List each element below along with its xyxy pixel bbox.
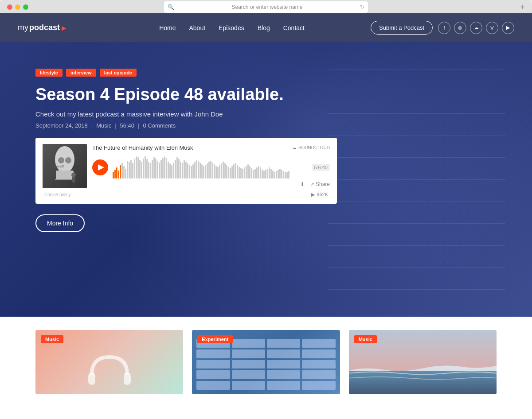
hero-content: lifestyle interview last episode Season … bbox=[35, 69, 337, 232]
card-visual-headphone bbox=[83, 348, 136, 394]
social-icons: f ◎ ☁ V ▶ bbox=[438, 22, 514, 34]
nav-blog[interactable]: Blog bbox=[258, 24, 270, 31]
logo-podcast: podcast bbox=[29, 23, 60, 32]
cookie-policy[interactable]: Cookie policy bbox=[44, 192, 70, 197]
play-triangle-icon bbox=[98, 164, 104, 171]
minimize-dot[interactable] bbox=[15, 4, 20, 10]
reload-icon[interactable]: ↻ bbox=[360, 4, 364, 10]
svg-rect-1 bbox=[56, 171, 74, 179]
hero-date: September 24, 2018 bbox=[35, 122, 88, 129]
cards-section: Music Experiment bbox=[0, 317, 532, 419]
browser-content: my podcast ▶ Home About Episodes Blog Co… bbox=[0, 13, 532, 419]
svg-point-6 bbox=[71, 173, 76, 177]
nav-links: Home About Episodes Blog Contact bbox=[93, 24, 371, 31]
nav-about[interactable]: About bbox=[189, 24, 206, 31]
svg-point-0 bbox=[55, 146, 74, 173]
hero-meta: September 24, 2018 | Music | 56:40 | 0 C… bbox=[35, 122, 337, 129]
player-actions: ⬇ ↗ Share bbox=[300, 181, 330, 187]
address-text: Search or enter website name bbox=[177, 4, 357, 10]
hero-category: Music bbox=[96, 122, 111, 129]
logo-arrow-icon: ▶ bbox=[62, 24, 66, 31]
card-music-2: Music bbox=[349, 330, 497, 394]
svg-rect-7 bbox=[72, 177, 75, 182]
play-count: ▶ 962K bbox=[311, 192, 328, 198]
facebook-icon[interactable]: f bbox=[438, 22, 450, 34]
cards-grid: Music Experiment bbox=[35, 330, 497, 394]
more-info-button[interactable]: More Info bbox=[35, 214, 85, 232]
soundcloud-icon[interactable]: ☁ bbox=[470, 22, 482, 34]
logo[interactable]: my podcast ▶ bbox=[18, 23, 66, 32]
player-bottom: ⬇ ↗ Share bbox=[92, 181, 330, 187]
hero-stairs-decoration bbox=[328, 42, 505, 317]
thumb-inner: spaceX bbox=[43, 144, 87, 188]
play-count-value: 962K bbox=[317, 192, 328, 197]
spacex-capsule-icon: spaceX bbox=[47, 146, 82, 186]
player-top: spaceX bbox=[43, 144, 330, 188]
player-controls: 5:6:40 bbox=[92, 156, 330, 178]
play-icon: ▶ bbox=[311, 192, 315, 198]
svg-rect-9 bbox=[124, 372, 131, 385]
card-music-1: Music bbox=[35, 330, 183, 394]
hero-duration: 56:40 bbox=[120, 122, 135, 129]
submit-podcast-button[interactable]: Submit a Podcast bbox=[371, 21, 433, 35]
close-dot[interactable] bbox=[7, 4, 12, 10]
hero-tags: lifestyle interview last episode bbox=[35, 69, 337, 77]
svg-point-3 bbox=[65, 157, 71, 163]
instagram-icon[interactable]: ◎ bbox=[454, 22, 466, 34]
separator-2: | bbox=[115, 122, 116, 129]
browser-titlebar: 🔍 Search or enter website name ↻ + bbox=[0, 4, 532, 13]
waveform bbox=[113, 156, 307, 178]
soundcloud-player: spaceX bbox=[35, 138, 337, 204]
website: my podcast ▶ Home About Episodes Blog Co… bbox=[0, 13, 532, 419]
maximize-dot[interactable] bbox=[23, 4, 28, 10]
download-action[interactable]: ⬇ bbox=[300, 181, 305, 187]
svg-text:spaceX: spaceX bbox=[52, 164, 64, 168]
hero-subtitle: Check out my latest podcast a massive in… bbox=[35, 110, 337, 118]
tag-last-episode: last episode bbox=[100, 69, 137, 77]
separator-3: | bbox=[138, 122, 139, 129]
nav-episodes[interactable]: Episodes bbox=[219, 24, 244, 31]
player-thumbnail: spaceX bbox=[43, 144, 87, 188]
svg-point-2 bbox=[58, 157, 64, 163]
svg-rect-5 bbox=[55, 179, 74, 180]
player-title-row: The Future of Humanity with Elon Musk ☁ … bbox=[92, 144, 330, 151]
card-badge-experiment: Experiment bbox=[197, 335, 233, 343]
address-bar[interactable]: 🔍 Search or enter website name ↻ bbox=[164, 1, 368, 13]
navbar: my podcast ▶ Home About Episodes Blog Co… bbox=[0, 13, 532, 42]
play-button[interactable] bbox=[92, 159, 108, 175]
browser-dots bbox=[7, 4, 28, 10]
player-duration: 5:6:40 bbox=[312, 164, 330, 171]
soundcloud-logo: ☁ SOUNDCLOUD bbox=[292, 145, 330, 150]
vimeo-icon[interactable]: V bbox=[486, 22, 498, 34]
hero-comments: 0 Comments bbox=[143, 122, 176, 129]
logo-my: my bbox=[18, 23, 28, 32]
share-action[interactable]: ↗ Share bbox=[310, 181, 330, 187]
tag-interview: interview bbox=[66, 69, 96, 77]
card-badge-music-2: Music bbox=[354, 335, 377, 343]
card-experiment: Experiment bbox=[192, 330, 340, 394]
soundcloud-label: SOUNDCLOUD bbox=[298, 145, 330, 150]
card-badge-music-1: Music bbox=[41, 335, 63, 343]
nav-right: Submit a Podcast f ◎ ☁ V ▶ bbox=[371, 21, 514, 35]
hero-section: lifestyle interview last episode Season … bbox=[0, 42, 532, 317]
separator-1: | bbox=[91, 122, 93, 129]
headphone-icon bbox=[83, 348, 136, 392]
soundcloud-cloud-icon: ☁ bbox=[292, 145, 297, 150]
nav-home[interactable]: Home bbox=[159, 24, 176, 31]
search-icon: 🔍 bbox=[168, 4, 174, 10]
new-tab-icon[interactable]: + bbox=[520, 3, 525, 12]
nav-contact[interactable]: Contact bbox=[283, 24, 305, 31]
tag-lifestyle: lifestyle bbox=[35, 69, 63, 77]
hero-title: Season 4 Episode 48 available. bbox=[35, 85, 337, 105]
browser-window: 🔍 Search or enter website name ↻ + my po… bbox=[0, 0, 532, 419]
youtube-icon[interactable]: ▶ bbox=[502, 22, 514, 34]
svg-rect-8 bbox=[88, 372, 95, 385]
player-track-title: The Future of Humanity with Elon Musk bbox=[92, 144, 193, 151]
